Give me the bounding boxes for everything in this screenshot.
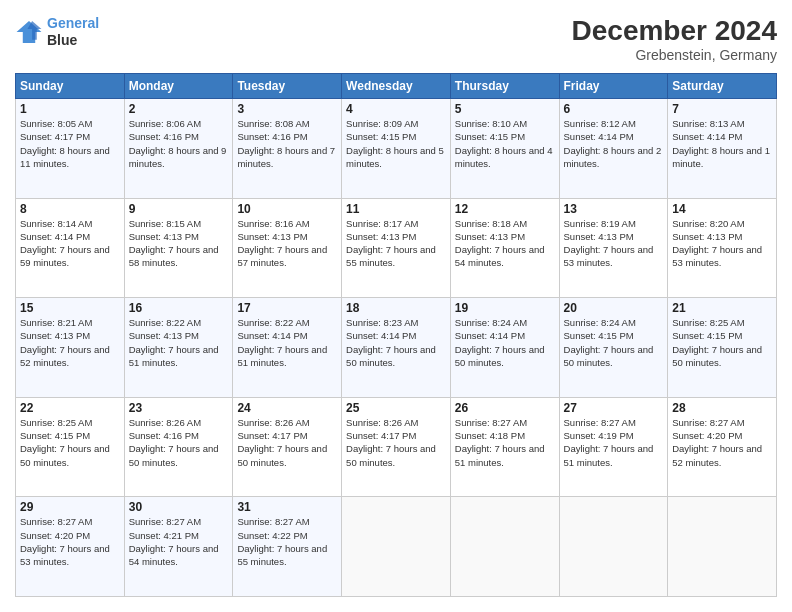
day-number: 27 (564, 401, 664, 415)
calendar-cell: 11Sunrise: 8:17 AMSunset: 4:13 PMDayligh… (342, 198, 451, 298)
day-number: 11 (346, 202, 446, 216)
day-number: 19 (455, 301, 555, 315)
header: General Blue December 2024 Grebenstein, … (15, 15, 777, 63)
day-number: 26 (455, 401, 555, 415)
calendar-cell: 26Sunrise: 8:27 AMSunset: 4:18 PMDayligh… (450, 397, 559, 497)
day-info: Sunrise: 8:24 AMSunset: 4:15 PMDaylight:… (564, 316, 664, 369)
day-number: 8 (20, 202, 120, 216)
calendar-cell: 16Sunrise: 8:22 AMSunset: 4:13 PMDayligh… (124, 298, 233, 398)
day-info: Sunrise: 8:19 AMSunset: 4:13 PMDaylight:… (564, 217, 664, 270)
calendar-cell (342, 497, 451, 597)
logo: General Blue (15, 15, 99, 49)
day-info: Sunrise: 8:06 AMSunset: 4:16 PMDaylight:… (129, 117, 229, 170)
calendar-cell: 10Sunrise: 8:16 AMSunset: 4:13 PMDayligh… (233, 198, 342, 298)
main-title: December 2024 (572, 15, 777, 47)
calendar-cell (559, 497, 668, 597)
day-info: Sunrise: 8:18 AMSunset: 4:13 PMDaylight:… (455, 217, 555, 270)
day-number: 5 (455, 102, 555, 116)
day-info: Sunrise: 8:13 AMSunset: 4:14 PMDaylight:… (672, 117, 772, 170)
day-info: Sunrise: 8:14 AMSunset: 4:14 PMDaylight:… (20, 217, 120, 270)
day-number: 12 (455, 202, 555, 216)
day-info: Sunrise: 8:27 AMSunset: 4:18 PMDaylight:… (455, 416, 555, 469)
day-info: Sunrise: 8:05 AMSunset: 4:17 PMDaylight:… (20, 117, 120, 170)
day-number: 29 (20, 500, 120, 514)
calendar-week-row: 15Sunrise: 8:21 AMSunset: 4:13 PMDayligh… (16, 298, 777, 398)
day-number: 31 (237, 500, 337, 514)
day-number: 15 (20, 301, 120, 315)
day-of-week-header: Tuesday (233, 74, 342, 99)
day-number: 21 (672, 301, 772, 315)
calendar-week-row: 8Sunrise: 8:14 AMSunset: 4:14 PMDaylight… (16, 198, 777, 298)
day-number: 18 (346, 301, 446, 315)
day-number: 4 (346, 102, 446, 116)
day-info: Sunrise: 8:08 AMSunset: 4:16 PMDaylight:… (237, 117, 337, 170)
calendar-cell: 4Sunrise: 8:09 AMSunset: 4:15 PMDaylight… (342, 99, 451, 199)
day-number: 9 (129, 202, 229, 216)
day-info: Sunrise: 8:27 AMSunset: 4:19 PMDaylight:… (564, 416, 664, 469)
calendar-cell: 1Sunrise: 8:05 AMSunset: 4:17 PMDaylight… (16, 99, 125, 199)
day-info: Sunrise: 8:16 AMSunset: 4:13 PMDaylight:… (237, 217, 337, 270)
calendar-cell: 13Sunrise: 8:19 AMSunset: 4:13 PMDayligh… (559, 198, 668, 298)
day-info: Sunrise: 8:25 AMSunset: 4:15 PMDaylight:… (20, 416, 120, 469)
calendar-cell: 18Sunrise: 8:23 AMSunset: 4:14 PMDayligh… (342, 298, 451, 398)
logo-line2: Blue (47, 32, 99, 49)
day-info: Sunrise: 8:27 AMSunset: 4:22 PMDaylight:… (237, 515, 337, 568)
calendar-cell (668, 497, 777, 597)
day-number: 10 (237, 202, 337, 216)
day-number: 6 (564, 102, 664, 116)
day-info: Sunrise: 8:27 AMSunset: 4:21 PMDaylight:… (129, 515, 229, 568)
day-number: 3 (237, 102, 337, 116)
day-info: Sunrise: 8:09 AMSunset: 4:15 PMDaylight:… (346, 117, 446, 170)
day-info: Sunrise: 8:10 AMSunset: 4:15 PMDaylight:… (455, 117, 555, 170)
calendar-cell: 19Sunrise: 8:24 AMSunset: 4:14 PMDayligh… (450, 298, 559, 398)
logo-line1: General (47, 15, 99, 31)
day-number: 22 (20, 401, 120, 415)
calendar-cell: 20Sunrise: 8:24 AMSunset: 4:15 PMDayligh… (559, 298, 668, 398)
day-number: 1 (20, 102, 120, 116)
calendar-cell: 24Sunrise: 8:26 AMSunset: 4:17 PMDayligh… (233, 397, 342, 497)
page: General Blue December 2024 Grebenstein, … (0, 0, 792, 612)
calendar-cell: 3Sunrise: 8:08 AMSunset: 4:16 PMDaylight… (233, 99, 342, 199)
day-of-week-header: Monday (124, 74, 233, 99)
calendar-cell: 23Sunrise: 8:26 AMSunset: 4:16 PMDayligh… (124, 397, 233, 497)
calendar-cell: 30Sunrise: 8:27 AMSunset: 4:21 PMDayligh… (124, 497, 233, 597)
day-info: Sunrise: 8:17 AMSunset: 4:13 PMDaylight:… (346, 217, 446, 270)
calendar-cell: 28Sunrise: 8:27 AMSunset: 4:20 PMDayligh… (668, 397, 777, 497)
day-of-week-header: Sunday (16, 74, 125, 99)
day-info: Sunrise: 8:22 AMSunset: 4:14 PMDaylight:… (237, 316, 337, 369)
calendar-cell: 27Sunrise: 8:27 AMSunset: 4:19 PMDayligh… (559, 397, 668, 497)
calendar-cell: 7Sunrise: 8:13 AMSunset: 4:14 PMDaylight… (668, 99, 777, 199)
day-number: 30 (129, 500, 229, 514)
title-block: December 2024 Grebenstein, Germany (572, 15, 777, 63)
day-info: Sunrise: 8:21 AMSunset: 4:13 PMDaylight:… (20, 316, 120, 369)
day-number: 28 (672, 401, 772, 415)
calendar-week-row: 29Sunrise: 8:27 AMSunset: 4:20 PMDayligh… (16, 497, 777, 597)
day-number: 13 (564, 202, 664, 216)
generalblue-logo-icon (15, 18, 43, 46)
day-of-week-header: Thursday (450, 74, 559, 99)
day-info: Sunrise: 8:22 AMSunset: 4:13 PMDaylight:… (129, 316, 229, 369)
calendar-cell: 6Sunrise: 8:12 AMSunset: 4:14 PMDaylight… (559, 99, 668, 199)
day-info: Sunrise: 8:27 AMSunset: 4:20 PMDaylight:… (672, 416, 772, 469)
day-number: 20 (564, 301, 664, 315)
day-number: 23 (129, 401, 229, 415)
calendar-cell: 21Sunrise: 8:25 AMSunset: 4:15 PMDayligh… (668, 298, 777, 398)
day-number: 16 (129, 301, 229, 315)
calendar-cell: 8Sunrise: 8:14 AMSunset: 4:14 PMDaylight… (16, 198, 125, 298)
day-of-week-header: Wednesday (342, 74, 451, 99)
subtitle: Grebenstein, Germany (572, 47, 777, 63)
day-number: 24 (237, 401, 337, 415)
calendar-header-row: SundayMondayTuesdayWednesdayThursdayFrid… (16, 74, 777, 99)
calendar-cell: 14Sunrise: 8:20 AMSunset: 4:13 PMDayligh… (668, 198, 777, 298)
calendar-cell: 15Sunrise: 8:21 AMSunset: 4:13 PMDayligh… (16, 298, 125, 398)
day-info: Sunrise: 8:26 AMSunset: 4:16 PMDaylight:… (129, 416, 229, 469)
calendar-week-row: 22Sunrise: 8:25 AMSunset: 4:15 PMDayligh… (16, 397, 777, 497)
calendar-cell (450, 497, 559, 597)
calendar-cell: 25Sunrise: 8:26 AMSunset: 4:17 PMDayligh… (342, 397, 451, 497)
day-info: Sunrise: 8:26 AMSunset: 4:17 PMDaylight:… (237, 416, 337, 469)
day-info: Sunrise: 8:24 AMSunset: 4:14 PMDaylight:… (455, 316, 555, 369)
day-number: 17 (237, 301, 337, 315)
calendar-cell: 5Sunrise: 8:10 AMSunset: 4:15 PMDaylight… (450, 99, 559, 199)
day-info: Sunrise: 8:26 AMSunset: 4:17 PMDaylight:… (346, 416, 446, 469)
calendar-table: SundayMondayTuesdayWednesdayThursdayFrid… (15, 73, 777, 597)
